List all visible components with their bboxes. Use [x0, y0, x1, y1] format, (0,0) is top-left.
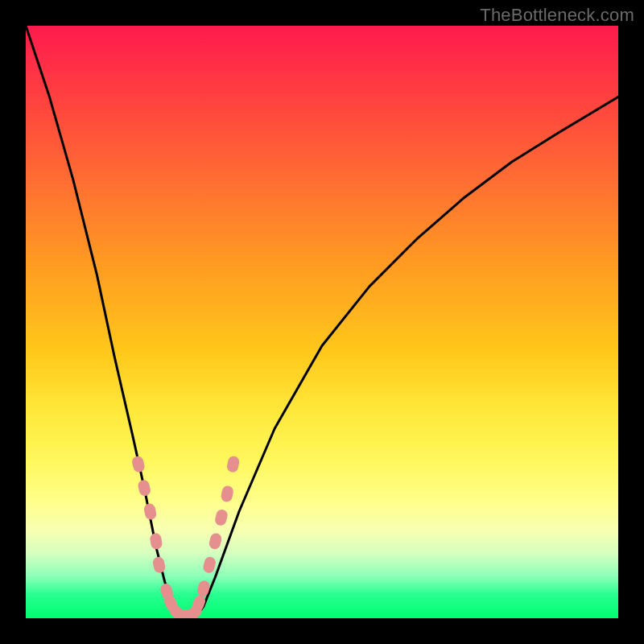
- marker: [214, 508, 229, 526]
- curve-path: [26, 26, 618, 618]
- watermark-text: TheBottleneck.com: [480, 5, 634, 26]
- marker: [131, 455, 146, 473]
- marker: [152, 556, 167, 574]
- bottleneck-curve: [26, 26, 618, 618]
- marker: [226, 455, 241, 473]
- marker: [137, 479, 151, 497]
- chart-frame: TheBottleneck.com: [0, 0, 644, 644]
- marker: [149, 532, 163, 550]
- marker: [208, 532, 222, 551]
- marker: [202, 555, 217, 574]
- marker: [220, 485, 234, 503]
- plot-area: [26, 26, 618, 618]
- highlight-markers: [131, 455, 241, 618]
- curve-svg: [26, 26, 618, 618]
- marker: [143, 502, 158, 521]
